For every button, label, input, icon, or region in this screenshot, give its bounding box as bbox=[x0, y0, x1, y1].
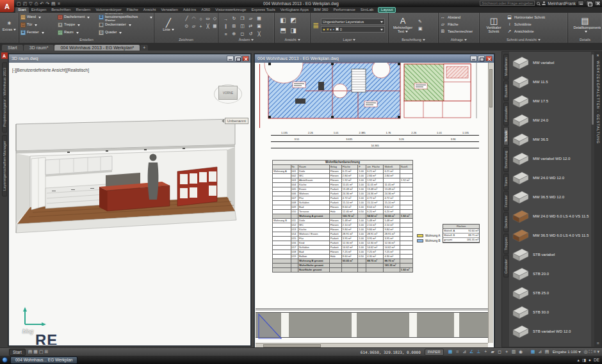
layout-nav-icon[interactable]: ▤ bbox=[28, 349, 33, 354]
layer-state-dropdown[interactable]: Ungesicherter Layerstatus bbox=[321, 19, 385, 25]
modify-tool-icon[interactable]: ↻ bbox=[230, 15, 238, 22]
section-tool-button[interactable]: ↗ Ansichtslinie bbox=[507, 28, 545, 35]
create-tool-button[interactable]: ⊞ Fenster bbox=[20, 29, 56, 36]
ribbon-tab[interactable]: A360 bbox=[199, 7, 213, 13]
draw-tool-icon[interactable]: ▦ bbox=[211, 22, 216, 30]
ribbon-tab[interactable]: Verfügbare Apps bbox=[278, 7, 311, 13]
help-search-input[interactable] bbox=[480, 1, 535, 6]
ribbon-tab[interactable]: Layout bbox=[378, 7, 396, 13]
wall-tool-item[interactable]: MW 17.5 bbox=[509, 91, 591, 111]
draw-tool-icon[interactable]: ◇ bbox=[211, 15, 216, 22]
wall-tool-item[interactable]: MW 11.5 bbox=[509, 72, 591, 91]
scrollbar-thumb[interactable] bbox=[592, 54, 594, 125]
file-tab[interactable]: 3D raum* bbox=[24, 45, 54, 51]
search-icon[interactable] bbox=[537, 2, 540, 5]
line-tool-button[interactable]: ╱ Linie bbox=[156, 13, 181, 37]
view-cube[interactable]: VORNE bbox=[214, 82, 242, 106]
tray-icon[interactable]: ◨ bbox=[582, 358, 586, 363]
palette-tab[interactable]: Bemaßung bbox=[503, 147, 508, 172]
wall-tool-item[interactable]: STB variabel WD 12.0 bbox=[509, 322, 591, 341]
panel-label-erstellen[interactable]: Erstellen bbox=[20, 37, 152, 43]
ribbon-tab[interactable]: BIM 360 bbox=[311, 7, 330, 13]
ribbon-tab[interactable]: Visionswerkzeuge bbox=[213, 7, 248, 13]
create-tool-button[interactable]: ▱ Raum bbox=[58, 29, 97, 36]
modify-tool-icon[interactable]: ↺ bbox=[247, 30, 255, 37]
create-tool-button[interactable]: ▭ Wand bbox=[20, 13, 56, 21]
panel-label-abfrage[interactable]: Abfrage bbox=[440, 37, 478, 43]
drafting-toggle-icon[interactable]: ▰ bbox=[490, 349, 496, 354]
start-orb-icon[interactable] bbox=[2, 357, 8, 363]
drafting-toggle-icon[interactable]: ∠ bbox=[469, 349, 475, 354]
panel-label-layer[interactable]: Layer bbox=[312, 37, 387, 43]
annotation-scale-dropdown[interactable]: Eingabe 1:100 bbox=[553, 350, 582, 354]
view-tool-icon[interactable]: ◧ bbox=[278, 15, 288, 25]
annotation-tool-icon[interactable]: ▣ bbox=[418, 26, 423, 31]
panel-label-beschriftung[interactable]: Beschriftung bbox=[390, 37, 437, 43]
view-tool-icon[interactable]: ⬒ bbox=[278, 25, 288, 35]
create-tool-button[interactable]: ≡ Treppe bbox=[58, 21, 97, 29]
maximize-icon[interactable] bbox=[586, 1, 592, 6]
ribbon-tab[interactable]: SimLab bbox=[358, 7, 376, 13]
window-close-icon[interactable] bbox=[242, 56, 249, 61]
wall-tool-item[interactable]: MW 24.0 WD 6.0 LS 4.0 VS 11.5 bbox=[509, 207, 591, 226]
layer-dropdown[interactable]: ●☀◐▪ 0 bbox=[321, 26, 385, 33]
ribbon-tab[interactable]: Performance bbox=[330, 7, 357, 13]
modify-tool-icon[interactable]: ⊕ bbox=[230, 30, 238, 37]
tray-icon[interactable]: ● bbox=[589, 358, 591, 363]
viewport-2d[interactable]: 1.1352.261.012.3851.762.261.011.135 3.51… bbox=[256, 63, 488, 343]
palette-close-icon[interactable]: × bbox=[596, 53, 599, 58]
modify-tool-icon[interactable]: ╳ bbox=[255, 30, 263, 37]
drafting-toggle-icon[interactable]: ▥ bbox=[511, 349, 517, 354]
palette-tab[interactable]: Wände bbox=[503, 127, 508, 145]
scrollbar-thumb[interactable] bbox=[489, 69, 492, 107]
drafting-toggle-icon[interactable]: ◻ bbox=[497, 349, 503, 354]
panel-label-details[interactable]: Details bbox=[569, 37, 601, 43]
status-icon[interactable]: ⛶ bbox=[589, 349, 592, 354]
window-minimize-icon[interactable] bbox=[227, 56, 234, 61]
ribbon-tab[interactable]: Volumenkörper bbox=[93, 7, 124, 13]
docked-palette-tab[interactable]: Projektnavigator - Wohnhaus 2013 bbox=[2, 62, 7, 132]
drafting-toggle-icon[interactable]: ⊥ bbox=[476, 349, 482, 354]
wall-tool-item[interactable]: MW 36.5 WD 12.0 bbox=[509, 187, 591, 207]
palette-tab[interactable]: Fenster bbox=[503, 191, 508, 211]
draw-tool-icon[interactable]: ▱ bbox=[190, 22, 197, 30]
panel-label-aendern[interactable]: Ändern bbox=[220, 37, 273, 43]
extras-button[interactable]: Extras bbox=[3, 28, 17, 31]
status-icon[interactable]: ◎ bbox=[583, 349, 587, 354]
view-cube-face[interactable]: VORNE bbox=[218, 86, 238, 100]
signed-in-user[interactable]: MeinhardFrank bbox=[548, 1, 576, 6]
status-icon[interactable]: ▾ bbox=[597, 349, 599, 354]
create-tool-button[interactable]: ⊞ Erweitertes benutzerspezifisches Raste… bbox=[99, 13, 152, 21]
palette-tab[interactable]: Decken bbox=[503, 212, 508, 232]
modify-tool-icon[interactable]: ⇄ bbox=[247, 22, 255, 30]
inquiry-tool-button[interactable]: ↔ Abstand bbox=[440, 13, 478, 20]
modify-tool-icon[interactable]: ▦ bbox=[255, 15, 263, 22]
ribbon-tab[interactable]: Start bbox=[15, 7, 29, 13]
wall-tool-item[interactable]: STB 20.0 bbox=[509, 264, 591, 283]
draw-tool-icon[interactable]: ╱ bbox=[183, 15, 190, 22]
viewport-controls-label[interactable]: [-][Benutzerdefinierte Ansicht][Realisti… bbox=[12, 68, 89, 72]
wall-tool-item[interactable]: STB variabel bbox=[509, 245, 591, 264]
paper-model-toggle[interactable]: PAPER bbox=[425, 349, 444, 356]
modify-tool-icon[interactable]: ❐ bbox=[238, 15, 247, 22]
tray-icon[interactable]: ▴ bbox=[578, 358, 580, 363]
layer-properties-icon[interactable]: ≣ bbox=[312, 21, 320, 30]
status-icon[interactable]: ≡ bbox=[593, 349, 596, 354]
file-tab[interactable]: Start bbox=[2, 45, 23, 51]
drafting-toggle-icon[interactable]: + bbox=[483, 349, 489, 354]
panel-label-ansicht[interactable]: Ansicht bbox=[276, 37, 309, 43]
draw-tool-icon[interactable]: ╳ bbox=[204, 22, 211, 30]
panel-label-zeichnen[interactable]: Zeichnen bbox=[156, 37, 216, 43]
annotation-tool-icon[interactable]: ✎ bbox=[418, 19, 423, 24]
viewport-3d[interactable]: [-][Benutzerdefinierte Ansicht][Realisti… bbox=[10, 63, 250, 345]
wall-tool-item[interactable]: MW 36.5 WD 6.0 LS 4.0 VS 11.5 bbox=[509, 226, 591, 245]
modify-tool-icon[interactable]: ⊞ bbox=[230, 22, 238, 30]
layout-nav-icon[interactable]: ⊞ bbox=[45, 349, 49, 354]
close-icon[interactable] bbox=[594, 1, 601, 6]
start-button[interactable]: Start bbox=[9, 349, 26, 356]
minimize-icon[interactable] bbox=[578, 1, 584, 6]
draw-tool-icon[interactable]: ◠ bbox=[190, 15, 197, 22]
modify-tool-icon[interactable]: ▱ bbox=[247, 15, 255, 22]
palette-tab[interactable]: Bauteile bbox=[503, 81, 508, 101]
quick-access-icon[interactable]: ▽ bbox=[29, 1, 32, 6]
